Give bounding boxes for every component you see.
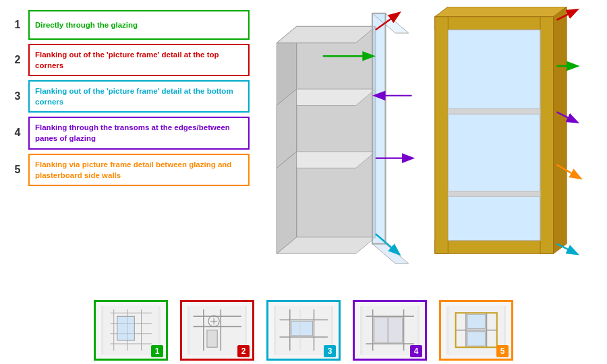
svg-rect-25 — [448, 30, 540, 109]
legend-number-4: 4 — [7, 117, 28, 149]
svg-marker-20 — [435, 241, 554, 254]
svg-marker-19 — [435, 17, 554, 30]
left-diagram — [277, 13, 411, 264]
legend-box-2: Flanking out of the 'picture frame' deta… — [28, 44, 250, 76]
svg-rect-50 — [207, 330, 217, 347]
svg-marker-22 — [540, 17, 554, 254]
legend-number-1: 1 — [7, 10, 28, 40]
thumbnail-4: 4 — [353, 300, 427, 361]
svg-marker-23 — [435, 7, 567, 17]
svg-rect-27 — [448, 194, 540, 240]
svg-marker-24 — [554, 7, 567, 253]
legend-box-5: Flanking via picture frame detail betwee… — [28, 154, 250, 186]
thumbnail-badge-5: 5 — [496, 345, 509, 357]
thumbnail-2: 2 — [180, 300, 254, 361]
svg-rect-44 — [117, 317, 134, 341]
legend-item-2: 2 Flanking out of the 'picture frame' de… — [7, 44, 250, 76]
thumbnail-1: 1 — [94, 300, 168, 361]
architectural-diagram — [256, 7, 600, 290]
thumbnail-5: 5 — [439, 300, 513, 361]
svg-rect-59 — [291, 322, 313, 336]
legend-item-4: 4 Flanking through the transoms at the e… — [7, 117, 250, 149]
svg-rect-26 — [448, 112, 540, 191]
legend-item-5: 5 Flanking via picture frame detail betw… — [7, 154, 250, 186]
right-diagram — [435, 7, 580, 253]
legend-item-3: 3 Flanking out of the 'picture frame' de… — [7, 80, 250, 113]
svg-marker-0 — [297, 26, 376, 237]
thumbnail-badge-2: 2 — [237, 345, 250, 357]
svg-rect-74 — [467, 332, 486, 346]
main-container: 1 Directly through the glazing 2 Flankin… — [0, 0, 607, 297]
legend-number-5: 5 — [7, 154, 28, 186]
thumbnail-3: 3 — [266, 300, 341, 361]
svg-marker-10 — [372, 13, 386, 244]
legend-box-3: Flanking out of the 'picture frame' deta… — [28, 80, 250, 113]
diagram-area — [256, 7, 600, 290]
svg-rect-28 — [448, 109, 540, 114]
svg-marker-21 — [435, 17, 449, 254]
svg-rect-73 — [467, 315, 486, 329]
thumbnail-badge-1: 1 — [151, 345, 163, 357]
legend-box-1: Directly through the glazing — [28, 10, 250, 40]
legend-number-3: 3 — [7, 80, 28, 113]
thumbnail-badge-3: 3 — [324, 345, 336, 357]
legend-number-2: 2 — [7, 44, 28, 76]
svg-marker-7 — [277, 152, 296, 253]
legend-item-1: 1 Directly through the glazing — [7, 10, 250, 40]
svg-rect-29 — [448, 191, 540, 196]
thumbnail-badge-4: 4 — [410, 345, 422, 357]
legend-panel: 1 Directly through the glazing 2 Flankin… — [7, 7, 250, 290]
legend-box-4: Flanking through the transoms at the edg… — [28, 117, 250, 149]
thumbnails-row: 1 2 — [0, 297, 607, 364]
